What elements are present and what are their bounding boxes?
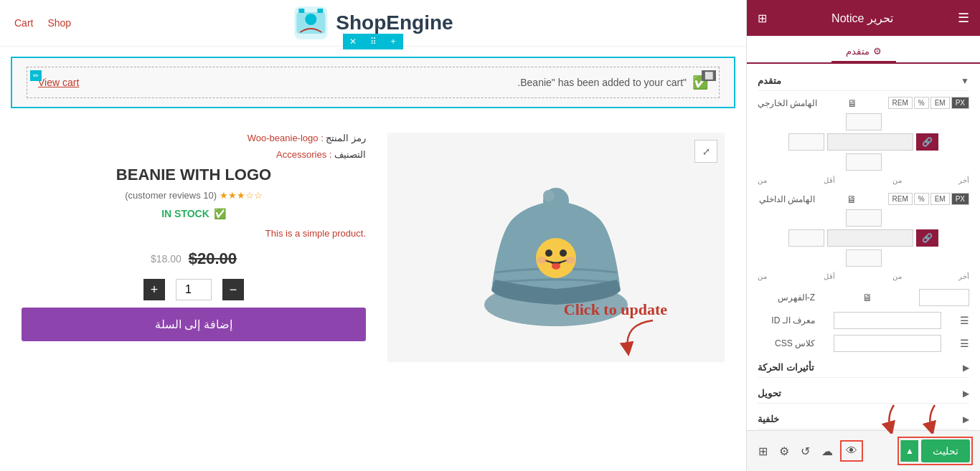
outer-link-btn[interactable]: 🔗 bbox=[916, 133, 938, 151]
inner-margin-header: PX EM % REM 🖥 الهامش الداخلي bbox=[758, 193, 969, 205]
shop-link[interactable]: Shop bbox=[47, 17, 71, 29]
outer-margin-bottom[interactable] bbox=[846, 153, 882, 171]
product-image-area: ⤢ bbox=[387, 133, 725, 362]
hamburger-icon[interactable]: ☰ bbox=[958, 10, 969, 26]
svg-rect-3 bbox=[298, 9, 304, 13]
background-chevron: ▶ bbox=[963, 414, 969, 424]
em-tab[interactable]: EM bbox=[930, 97, 950, 109]
quantity-input[interactable] bbox=[176, 279, 212, 300]
update-btn-wrapper: ▲ تحليث bbox=[897, 437, 973, 465]
transform-label: تحويل bbox=[758, 388, 781, 399]
notice-move-btn[interactable]: ⠿ bbox=[363, 34, 383, 49]
right-sidebar: ⊞ تحرير Notice ☰ ⚙ متقدم ▼ متقدم PX EM %… bbox=[746, 0, 980, 471]
sidebar-content[interactable]: ▼ متقدم PX EM % REM 🖥 الهامش الخارجي 🔗 bbox=[747, 64, 980, 430]
inner-px-tab[interactable]: PX bbox=[951, 193, 969, 205]
z-index-row: 🖥 Z-الفهرس bbox=[758, 289, 969, 306]
notice-bar-inner: ✏ View cart ✅ "Beanie" has been added to… bbox=[27, 67, 720, 98]
inner-dir-to: من bbox=[758, 272, 767, 280]
edit-icon[interactable]: ✏ bbox=[30, 70, 42, 81]
css-row: ☰ كلاس CSS bbox=[758, 335, 969, 352]
sidebar-tabs: ⚙ متقدم bbox=[747, 36, 980, 64]
preview-eye-btn[interactable]: 👁 bbox=[842, 442, 862, 460]
outer-margin-top[interactable] bbox=[846, 113, 882, 130]
nav-links: Cart Shop bbox=[14, 17, 71, 29]
qty-plus-btn[interactable]: + bbox=[143, 279, 165, 300]
product-category: Accessories : التصنيف bbox=[22, 149, 366, 160]
background-section[interactable]: ▶ خلفية bbox=[758, 409, 969, 429]
monitor-icon: 🖥 bbox=[847, 97, 857, 109]
px-tab[interactable]: PX bbox=[951, 97, 969, 109]
outer-margin-right[interactable] bbox=[788, 133, 824, 151]
inner-margin-center[interactable] bbox=[827, 229, 913, 247]
tab-advanced[interactable]: ⚙ متقدم bbox=[831, 42, 896, 62]
logo-text: ShopEngine bbox=[336, 11, 453, 34]
inner-margin-label: الهامش الداخلي bbox=[758, 194, 815, 204]
id-input[interactable] bbox=[834, 312, 941, 329]
advanced-section-header[interactable]: ▼ متقدم bbox=[758, 71, 969, 91]
cloud-btn[interactable]: ☁ bbox=[817, 440, 837, 462]
bottom-area: ⊞ ⚙ ↺ ☁ 👁 ▲ تحليث bbox=[747, 430, 980, 471]
product-title: BEANIE WITH LOGO bbox=[22, 166, 366, 184]
sku-value: Woo-beanie-logo : bbox=[248, 133, 324, 143]
instock-check-icon: ✅ bbox=[214, 208, 226, 219]
motion-chevron: ▶ bbox=[963, 363, 969, 373]
update-dropdown-btn[interactable]: ▲ bbox=[900, 440, 918, 462]
product-rating: (customer reviews 10) ★★★☆☆ bbox=[22, 190, 366, 201]
expand-image-btn[interactable]: ⤢ bbox=[694, 140, 717, 163]
css-input[interactable] bbox=[834, 335, 941, 352]
product-description: This is a simple product. bbox=[22, 228, 366, 239]
svg-point-13 bbox=[565, 257, 575, 264]
add-to-cart-button[interactable]: إضافة إلى السلة bbox=[22, 308, 366, 341]
css-label: كلاس CSS bbox=[758, 338, 815, 348]
copy-icon[interactable]: ⬜ bbox=[702, 70, 716, 81]
outer-unit-tabs: PX EM % REM bbox=[888, 97, 969, 109]
category-label: التصنيف bbox=[334, 149, 366, 160]
background-label: خلفية bbox=[758, 414, 779, 424]
in-stock-badge: IN STOCK ✅ bbox=[22, 208, 366, 219]
inner-rem-tab[interactable]: REM bbox=[888, 193, 913, 205]
outer-margin-center[interactable] bbox=[827, 133, 913, 151]
view-cart-link[interactable]: View cart bbox=[38, 77, 79, 88]
z-index-label: Z-الفهرس bbox=[758, 292, 815, 303]
dir-from: من bbox=[892, 176, 902, 184]
cart-link[interactable]: Cart bbox=[14, 17, 33, 29]
inner-margin-bottom[interactable] bbox=[846, 249, 882, 267]
motion-effects-section[interactable]: ▶ تأثيرات الحركة bbox=[758, 358, 969, 378]
old-price: $18.00 bbox=[151, 253, 182, 265]
star-rating: ★★★☆☆ bbox=[220, 190, 263, 201]
notice-add-btn[interactable]: + bbox=[383, 34, 403, 49]
inner-link-btn[interactable]: 🔗 bbox=[916, 229, 938, 247]
settings-btn[interactable]: ⚙ bbox=[775, 440, 793, 462]
inner-em-tab[interactable]: EM bbox=[930, 193, 950, 205]
z-index-input[interactable] bbox=[919, 289, 969, 306]
advanced-section-label: متقدم bbox=[758, 75, 781, 86]
grid-icon[interactable]: ⊞ bbox=[758, 11, 767, 25]
outer-margin-grid: 🔗 bbox=[758, 113, 969, 171]
transform-section[interactable]: ▶ تحويل bbox=[758, 384, 969, 404]
layers-btn[interactable]: ⊞ bbox=[754, 440, 772, 462]
inner-percent-tab[interactable]: % bbox=[914, 193, 929, 205]
tab-advanced-label: متقدم bbox=[846, 46, 870, 57]
sidebar-header: ⊞ تحرير Notice ☰ bbox=[747, 0, 980, 36]
notice-wrapper: ✕ ⠿ + ✏ View cart ✅ "Beanie" has been ad… bbox=[0, 47, 746, 118]
qty-minus-btn[interactable]: − bbox=[222, 279, 244, 300]
product-sku: Woo-beanie-logo : رمز المنتج bbox=[22, 133, 366, 143]
inner-margin-top[interactable] bbox=[846, 209, 882, 227]
product-info: Woo-beanie-logo : رمز المنتج Accessories… bbox=[22, 133, 366, 362]
notice-close-btn[interactable]: ✕ bbox=[343, 34, 363, 49]
percent-tab[interactable]: % bbox=[914, 97, 929, 109]
svg-rect-4 bbox=[317, 9, 323, 13]
inner-margin-grid: 🔗 bbox=[758, 209, 969, 267]
update-button[interactable]: تحليث bbox=[921, 439, 970, 462]
z-monitor-icon: 🖥 bbox=[862, 292, 872, 303]
history-btn[interactable]: ↺ bbox=[796, 440, 814, 462]
preview-btn-wrapper: 👁 bbox=[840, 440, 863, 462]
inner-margin-right[interactable] bbox=[788, 229, 824, 247]
rem-tab[interactable]: REM bbox=[888, 97, 913, 109]
svg-point-12 bbox=[537, 257, 547, 264]
dir-less: أقل bbox=[824, 176, 835, 184]
sku-label: رمز المنتج bbox=[326, 133, 366, 143]
id-list-icon: ☰ bbox=[960, 315, 969, 326]
product-section: Woo-beanie-logo : رمز المنتج Accessories… bbox=[0, 118, 746, 376]
dir-to: من bbox=[758, 176, 767, 184]
